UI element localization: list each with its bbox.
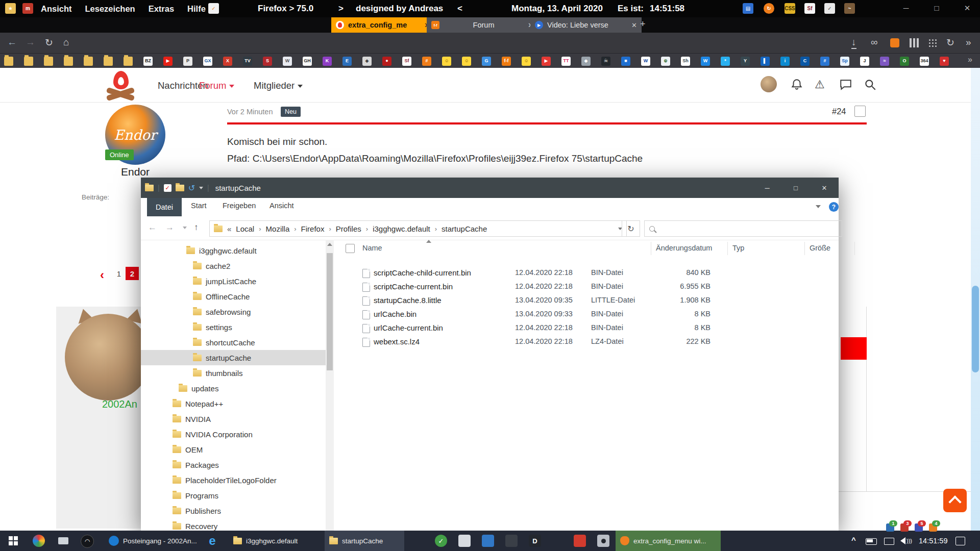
bookmark-icon[interactable]: # (422, 57, 431, 66)
refresh-icon[interactable]: ↻ (946, 37, 954, 48)
overflow-chevron-icon[interactable]: » (966, 37, 971, 48)
explorer-close-button[interactable]: ✕ (810, 178, 839, 198)
nav-forward-icon[interactable]: → (165, 222, 174, 233)
bookmark-icon[interactable] (104, 57, 113, 66)
bookmark-icon[interactable]: ☺ (442, 57, 451, 66)
file-row[interactable]: webext.sc.lz4 12.04.2020 22:18 LZ4-Datei… (334, 335, 839, 349)
bookmark-icon[interactable] (4, 57, 13, 66)
tool-icon-3[interactable] (505, 535, 518, 547)
start-button[interactable] (7, 535, 19, 547)
edge-icon[interactable]: e (206, 535, 218, 547)
tab-video[interactable]: ▶ Video: Liebe verse ✕ (530, 17, 642, 33)
bookmark-icon[interactable]: ■ (621, 57, 630, 66)
file-row[interactable]: urlCache.bin 13.04.2020 09:33 BIN-Datei … (334, 308, 839, 321)
sync-infinity-icon[interactable]: ∞ (871, 37, 878, 48)
column-type[interactable]: Typ (732, 244, 744, 252)
explorer-titlebar[interactable]: | ✓ ↺ | startupCache ─ □ ✕ (141, 178, 839, 198)
tray-badge-icon[interactable]: 4 (929, 523, 937, 532)
menu-item[interactable]: Extras (149, 4, 174, 14)
css-icon[interactable]: CSS (785, 3, 795, 14)
scroll-up-icon[interactable] (327, 243, 332, 246)
window-tool-icon[interactable]: ▤ (743, 3, 753, 14)
ribbon-tab-datei[interactable]: Datei (147, 198, 182, 216)
volume-icon[interactable] (900, 537, 905, 544)
bookmark-icon[interactable]: ☠ (601, 57, 610, 66)
tray-expand-icon[interactable]: ^ (851, 536, 856, 544)
properties-check-icon[interactable]: ✓ (164, 184, 172, 192)
post-timestamp[interactable]: Vor 2 Minuten (227, 108, 273, 116)
search-icon[interactable] (864, 78, 877, 91)
select-all-checkbox[interactable] (346, 244, 355, 253)
bookmark-icon[interactable]: ◆ (581, 57, 591, 66)
bookmark-icon[interactable]: C (800, 57, 810, 66)
file-row[interactable]: scriptCache-current.bin 12.04.2020 22:18… (334, 280, 839, 294)
nav-back-icon[interactable]: ← (148, 222, 157, 233)
bookmark-icon[interactable]: Sp (840, 57, 849, 66)
breadcrumb-item[interactable]: Mozilla› (266, 224, 297, 233)
taskbar-button-mail[interactable]: Posteingang - 2002An... (104, 531, 211, 551)
tree-item[interactable]: safebrowsing (141, 304, 326, 319)
tree-item[interactable]: shortcutCache (141, 335, 326, 350)
tree-item[interactable]: startupCache (141, 350, 326, 365)
sfi-icon[interactable]: Sf (804, 3, 815, 14)
bookmark-icon[interactable]: E (342, 57, 352, 66)
update-ok-icon[interactable]: ✓ (435, 535, 447, 547)
refresh-tool-icon[interactable]: ↻ (764, 3, 774, 14)
bookmark-icon[interactable]: ◆ (362, 57, 372, 66)
bookmark-icon[interactable]: ▌ (761, 57, 770, 66)
bookmark-icon[interactable] (124, 57, 133, 66)
bookmark-icon[interactable]: i (780, 57, 790, 66)
notes-icon[interactable]: ✓ (208, 3, 219, 14)
bookmark-icon[interactable]: GX (203, 57, 212, 66)
tree-item[interactable]: Notepad++ (141, 396, 326, 411)
tray-badge-icon[interactable]: 1 (886, 523, 894, 532)
bookmark-icon[interactable] (84, 57, 93, 66)
taskbar-button-folder1[interactable]: i3gghgwc.default (229, 531, 321, 551)
bookmark-icon[interactable]: W (641, 57, 650, 66)
tab-close-icon[interactable]: ✕ (631, 21, 637, 29)
tool-icon-d[interactable]: D (529, 535, 541, 547)
bookmark-icon[interactable]: G (482, 57, 491, 66)
bell-icon[interactable] (790, 78, 803, 91)
column-date[interactable]: Änderungsdatum (656, 244, 712, 252)
tree-item[interactable]: i3gghgwc.default (141, 243, 326, 258)
breadcrumb-item[interactable]: Profiles› (336, 224, 368, 233)
camera-icon[interactable] (597, 535, 609, 547)
bookmark-icon[interactable]: ♥ (940, 57, 949, 66)
post-author-name[interactable]: Endor (105, 166, 165, 178)
help-icon[interactable]: ? (829, 202, 839, 212)
battery-icon[interactable] (866, 538, 877, 545)
bookmark-icon[interactable]: GH (303, 57, 312, 66)
menu-item[interactable]: Lesezeichen (85, 4, 135, 14)
bookmark-icon[interactable]: BZ (143, 57, 153, 66)
window-minimize-button[interactable]: ─ (897, 4, 915, 12)
bookmark-icon[interactable]: ☺ (522, 57, 531, 66)
forum-nav-members[interactable]: Mitglieder (254, 80, 303, 91)
tool-icon-1[interactable] (458, 535, 471, 547)
bookmark-icon[interactable]: O (900, 57, 909, 66)
menu-item[interactable]: Hilfe (187, 4, 206, 14)
scroll-to-top-button[interactable] (943, 489, 967, 512)
photo-app-icon[interactable]: ◠ (81, 535, 94, 548)
breadcrumb-item[interactable]: i3gghgwc.default› (373, 224, 437, 233)
column-size[interactable]: Größe (810, 244, 830, 252)
bookmark-icon[interactable]: f-f (502, 57, 511, 66)
bookmark-icon[interactable]: # (820, 57, 829, 66)
bookmark-icon[interactable]: Sf (402, 57, 411, 66)
bookmark-icon[interactable]: ≈ (880, 57, 889, 66)
network-icon[interactable] (884, 538, 894, 545)
tree-item[interactable]: Publishers (141, 503, 326, 518)
tab-extra-config[interactable]: extra_config_me ✕ (331, 17, 434, 33)
bookmark-icon[interactable]: W (283, 57, 292, 66)
ribbon-tab-freigeben[interactable]: Freigeben (223, 202, 256, 210)
breadcrumb-item[interactable]: Local› (236, 224, 261, 233)
file-row[interactable]: urlCache-current.bin 12.04.2020 22:18 BI… (334, 321, 839, 335)
new-tab-button[interactable]: + (640, 19, 646, 30)
back-button[interactable]: ← (7, 37, 17, 48)
explorer-search-box[interactable] (644, 220, 842, 237)
page-scrollbar-thumb[interactable] (972, 286, 979, 372)
bookmark-icon[interactable] (64, 57, 73, 66)
bookmark-icon[interactable]: Sh (681, 57, 690, 66)
mouse-hat-icon[interactable]: ~ (844, 3, 855, 14)
tree-item[interactable]: jumpListCache (141, 273, 326, 289)
